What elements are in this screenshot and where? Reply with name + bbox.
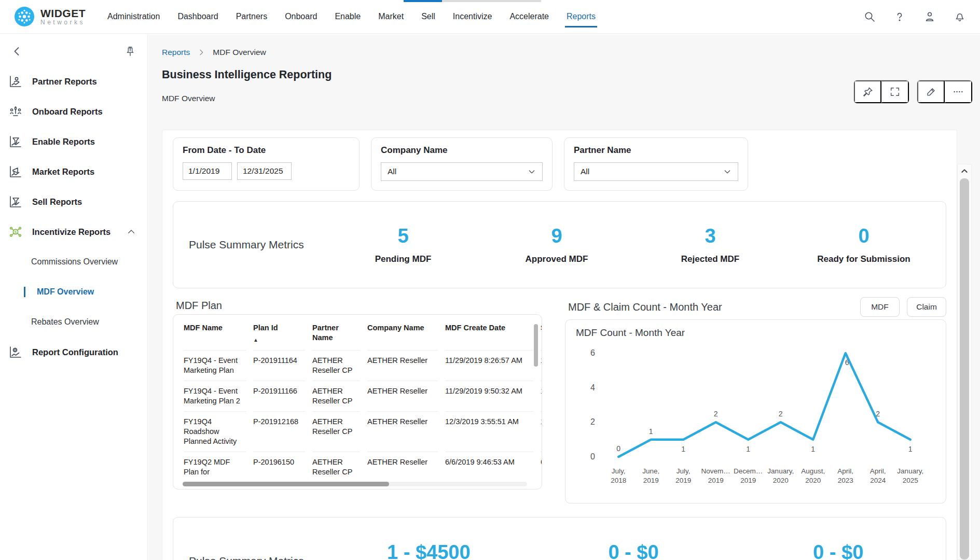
pin-icon[interactable] [854,80,881,103]
sidebar-item-onboard-reports[interactable]: Onboard Reports [0,96,147,127]
metrics-top-title: Pulse Summary Metrics [189,239,326,251]
table-cell: AETHER Reseller CP [312,350,360,381]
onboard-reports-icon [8,104,23,119]
column-header-submi[interactable]: Submi [541,323,542,350]
svg-text:April,: April, [870,467,886,475]
metric-pending-mdf: 5Pending MDF [326,226,480,264]
breadcrumb-reports-link[interactable]: Reports [162,48,190,57]
nav-item-accelerate[interactable]: Accelerate [509,0,549,34]
sidebar-item-report-configuration[interactable]: Report Configuration [0,337,147,367]
from-date-input[interactable] [183,162,232,180]
filter-date-label: From Date - To Date [183,145,350,156]
scrollbar-thumb[interactable] [960,178,969,559]
nav-item-enable[interactable]: Enable [335,0,361,34]
partner-name-select[interactable]: All [574,162,738,181]
sidebar-item-market-reports[interactable]: Market Reports [0,157,147,187]
metric-value: 0 [787,226,941,246]
sidebar-item-enable-reports[interactable]: Enable Reports [0,127,147,157]
mdf-toggle-button[interactable]: MDF [860,297,900,317]
brand-subname: Networks [40,19,86,26]
sidebar-subitem-label: MDF Overview [37,287,94,297]
metric-label: Ready for Submission [787,254,941,264]
help-icon[interactable] [893,10,906,23]
search-icon[interactable] [863,10,876,23]
claim-toggle-button[interactable]: Claim [907,297,946,317]
pin-icon[interactable] [123,45,137,58]
svg-text:2: 2 [779,410,783,418]
nav-item-sell[interactable]: Sell [421,0,435,34]
sidebar-subitem-mdf-overview[interactable]: MDF Overview [0,277,147,307]
chevron-down-icon [528,167,536,176]
sidebar-subitem-commissions-overview[interactable]: Commissions Overview [0,247,147,277]
notifications-icon[interactable] [953,10,967,23]
page-vertical-scrollbar[interactable] [957,164,972,560]
sidebar-subitem-rebates-overview[interactable]: Rebates Overview [0,307,147,337]
table-cell: 11/29/2019 8:26:57 AM [445,350,533,381]
column-header-partner-name[interactable]: Partner Name [312,323,360,350]
svg-text:2018: 2018 [611,477,626,484]
nav-item-onboard[interactable]: Onboard [285,0,317,34]
chevron-up-icon[interactable] [127,227,136,236]
sidebar-subitem-label: Rebates Overview [31,317,99,327]
table-cell: 12/3/2019 3:55:51 AM [445,411,533,452]
mdf-plan-table-card: MDF NamePlan Id▲Partner NameCompany Name… [173,314,542,489]
nav-item-partners[interactable]: Partners [236,0,267,34]
svg-text:1: 1 [811,445,815,453]
svg-text:January,: January, [897,467,923,475]
left-sidebar: Partner ReportsOnboard ReportsEnable Rep… [0,34,148,560]
to-date-input[interactable] [237,162,292,180]
nav-item-dashboard[interactable]: Dashboard [177,0,218,34]
edit-icon[interactable] [917,80,945,103]
metric-ready-for-submission: 0Ready for Submission [787,226,941,264]
table-cell: P-20196150 [253,452,305,482]
breadcrumb: Reports MDF Overview [148,34,980,57]
nav-item-incentivize[interactable]: Incentivize [453,0,492,34]
filters-row: From Date - To Date Company Name All Par… [173,137,957,191]
company-name-select-value: All [388,167,396,176]
column-header-plan-id[interactable]: Plan Id▲ [253,323,305,350]
progress-bar-track [442,0,541,2]
nav-item-administration[interactable]: Administration [107,0,160,34]
market-reports-icon [8,164,23,179]
sidebar-item-partner-reports[interactable]: Partner Reports [0,66,147,96]
nav-item-market[interactable]: Market [378,0,404,34]
metric-value: 9 [480,226,633,246]
metric-rejected-claim: 0 - $0Rejected Claim [736,542,941,560]
svg-text:2: 2 [590,417,595,426]
profile-icon[interactable] [923,10,936,23]
table-horizontal-scrollbar-thumb[interactable] [183,482,389,486]
mdf-count-line-chart: 02460112121621July,2018June,2019July,201… [574,339,941,499]
table-cell: FY19Q4 - Event Marketing Plan [184,350,246,381]
enable-reports-icon [8,134,23,149]
column-header-company-name[interactable]: Company Name [367,323,438,350]
fullscreen-icon[interactable] [881,80,909,103]
brand-logo: WIDGET Networks [13,6,86,27]
svg-text:2: 2 [714,410,718,418]
mdf-count-chart-card: MDF Count - Month Year 02460112121621Jul… [565,319,946,503]
svg-text:2020: 2020 [805,477,821,484]
metric-ready-for-submission: 0 - $0Ready for Submission [531,542,736,560]
table-horizontal-scrollbar[interactable] [183,482,527,486]
table-cell: AETHER Reseller [367,350,438,381]
brand-name: WIDGET [40,8,86,19]
toolbar-group [917,80,973,104]
mdf-plan-title: MDF Plan [176,297,542,314]
nav-item-reports[interactable]: Reports [567,0,596,34]
scrollbar-up-arrow-icon[interactable] [958,164,971,178]
sell-reports-icon [8,194,23,209]
table-vertical-scrollbar[interactable] [534,324,538,367]
svg-text:January,: January, [767,467,794,475]
column-header-mdf-create-date[interactable]: MDF Create Date [445,323,533,350]
table-cell: P-201911166 [253,381,305,411]
more-options-icon[interactable] [945,80,972,103]
back-chevron-icon[interactable] [10,45,24,58]
metrics-bottom-title: Pulse Summary Metrics [189,555,326,560]
svg-text:July,: July, [677,467,691,475]
sidebar-item-sell-reports[interactable]: Sell Reports [0,187,147,217]
company-name-select[interactable]: All [381,162,543,181]
table-cell: 11/29/2019 9:50:32 AM [445,381,533,411]
sidebar-item-incentivize-reports[interactable]: $Incentivize Reports [0,217,147,247]
table-cell: P-201911164 [253,350,305,381]
column-header-mdf-name[interactable]: MDF Name [184,323,246,350]
chevron-right-icon [197,48,205,57]
